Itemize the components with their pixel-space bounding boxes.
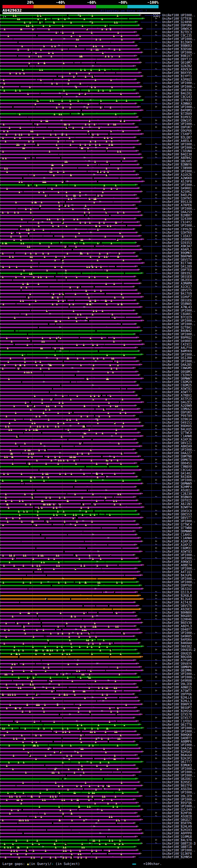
- alignment-row[interactable]: ▶▶▷▶UniRef100_Q8VST7: [0, 516, 197, 520]
- alignment-row[interactable]: ▶▶▷▷UniRef100_Q0E553: [0, 513, 197, 516]
- alignment-row[interactable]: ▷▶▶▷▶UniRef100_Q28ZB2: [0, 64, 197, 68]
- alignment-bar[interactable]: [1, 103, 136, 104]
- alignment-row[interactable]: ▷▶▶▷▶▷UniRef100_Q7T036: [0, 17, 197, 20]
- alignment-row[interactable]: ▷▶▶▷▶▷UniRef100_Q9FUR7: [0, 126, 197, 129]
- alignment-row[interactable]: ▷▶▷UniRef100_B5RTP6: [0, 822, 197, 825]
- alignment-bar[interactable]: [1, 259, 140, 260]
- alignment-row[interactable]: ▷▶▶▷▷UniRef100_P09789: [0, 414, 197, 417]
- alignment-row[interactable]: ▷▶▷▶UniRef100_Q39614: [0, 417, 197, 421]
- subject-label[interactable]: UniRef100_C2BJ30: [162, 492, 192, 495]
- subject-label[interactable]: UniRef100_A7NL43: [162, 305, 192, 309]
- subject-label[interactable]: UniRef100_Q62EE4: [162, 278, 192, 282]
- alignment-bar[interactable]: [1, 35, 137, 36]
- alignment-row[interactable]: ▶▶▷▶▷UniRef100_UPI000..: [0, 81, 197, 85]
- alignment-bar[interactable]: [1, 727, 142, 729]
- alignment-bar[interactable]: [1, 110, 141, 111]
- alignment-bar[interactable]: [1, 38, 140, 40]
- alignment-bar[interactable]: [1, 659, 134, 661]
- alignment-row[interactable]: ▷▶▶▷UniRef100_UPI000..: [0, 37, 197, 41]
- alignment-bar[interactable]: [1, 378, 141, 379]
- subject-label[interactable]: UniRef100_B9RPC0: [162, 703, 192, 706]
- alignment-bar[interactable]: [1, 805, 139, 807]
- subject-label[interactable]: UniRef100_A9Z6E3: [162, 608, 192, 611]
- alignment-bar[interactable]: [1, 41, 134, 43]
- alignment-row[interactable]: ▶▶▷▶▷UniRef100_C0C235: [0, 34, 197, 37]
- alignment-row[interactable]: ▷▶▷▶UniRef100_C5X8F7: [0, 132, 197, 136]
- alignment-row[interactable]: ▷▶▶▷▶UniRef100_C1FED3: [0, 720, 197, 723]
- alignment-row[interactable]: ▶▷UniRef100_Q13KF8: [0, 852, 197, 856]
- subject-label[interactable]: UniRef100_UPI000..: [162, 848, 195, 852]
- alignment-row[interactable]: ▶▶▷UniRef100_UPI000..: [0, 170, 197, 173]
- alignment-bar[interactable]: [1, 595, 138, 596]
- subject-label[interactable]: UniRef100_Q9T0I5: [162, 499, 192, 502]
- alignment-row[interactable]: ▷▶▶▷▷UniRef100_Q5K5C0: [0, 509, 197, 513]
- alignment-bar[interactable]: [1, 833, 142, 834]
- subject-label[interactable]: UniRef100_O60382: [162, 645, 192, 648]
- alignment-row[interactable]: ▷▶▶▷▶▷UniRef100_UPI000..: [0, 631, 197, 634]
- alignment-row[interactable]: ▶▶▷UniRef100_Q8VST5: [0, 288, 197, 292]
- alignment-bar[interactable]: [1, 778, 136, 780]
- subject-label[interactable]: UniRef100_A0BE74: [162, 563, 192, 567]
- alignment-bar[interactable]: [1, 656, 141, 658]
- alignment-row[interactable]: ▷▶▶▷UniRef100_B3LQ87: [0, 136, 197, 139]
- subject-label[interactable]: UniRef100_A8KEA9: [162, 445, 192, 448]
- subject-label[interactable]: UniRef100_Q8MRP6: [162, 665, 192, 669]
- subject-label[interactable]: UniRef100_A8EN42: [162, 156, 192, 159]
- alignment-bar[interactable]: [1, 836, 136, 838]
- alignment-bar[interactable]: [1, 490, 138, 491]
- subject-label[interactable]: UniRef100_O49151: [162, 421, 192, 424]
- alignment-row[interactable]: ▶▷▷UniRef100_B2HB07: [0, 214, 197, 217]
- subject-label[interactable]: UniRef100_Q6SSE6: [162, 299, 192, 302]
- alignment-row[interactable]: ▷▶▷▶▷UniRef100_B1T7A8: [0, 261, 197, 265]
- alignment-row[interactable]: ▶▷▶▷UniRef100_UPI000..: [0, 353, 197, 356]
- alignment-bar[interactable]: [1, 337, 137, 338]
- alignment-row[interactable]: ▶▷▶▷UniRef100_UPI000..: [0, 726, 197, 730]
- alignment-bar[interactable]: [1, 52, 141, 53]
- subject-label[interactable]: UniRef100_Q7TWC4: [162, 523, 192, 526]
- alignment-row[interactable]: ▶▶▷▶▷UniRef100_B5BNX9: [0, 495, 197, 499]
- subject-label[interactable]: UniRef100_B9BKR3: [162, 44, 192, 48]
- alignment-row[interactable]: ▶▶▷▶▷UniRef100_B2K8L8: [0, 594, 197, 597]
- alignment-row[interactable]: ▷▶▶▷▶▷UniRef100_A5WT83: [0, 550, 197, 553]
- alignment-row[interactable]: ▶▷▶UniRef100_A1KPJ6: [0, 438, 197, 441]
- alignment-row[interactable]: ▷▶▶▷▶UniRef100_Q948Y7: [0, 628, 197, 631]
- subject-label[interactable]: UniRef100_Q2T8A1: [162, 326, 192, 329]
- alignment-row[interactable]: ▶▶▷UniRef100_Q6SSE8: [0, 275, 197, 278]
- subject-label[interactable]: UniRef100_Q39614: [162, 417, 192, 421]
- subject-label[interactable]: UniRef100_B0GVD6: [162, 655, 192, 659]
- alignment-bar[interactable]: [1, 527, 140, 529]
- subject-label[interactable]: UniRef100_Q6ITT6: [162, 723, 192, 726]
- alignment-row[interactable]: ▶▶▷▶UniRef100_Q49R03: [0, 339, 197, 343]
- alignment-row[interactable]: ▷▶▶▷UniRef100_B4I8D6: [0, 475, 197, 478]
- subject-label[interactable]: UniRef100_UPI000..: [162, 805, 195, 808]
- alignment-row[interactable]: ▶▶▷▷UniRef100_A5WT77: [0, 391, 197, 394]
- subject-label[interactable]: UniRef100_Q8VST4: [162, 258, 192, 261]
- alignment-row[interactable]: ▶▶▷▶UniRef100_A0BE74: [0, 563, 197, 567]
- alignment-bar[interactable]: [1, 96, 140, 98]
- alignment-bar[interactable]: [1, 544, 135, 546]
- alignment-bar[interactable]: [1, 799, 134, 800]
- subject-label[interactable]: UniRef100_C8CG42: [162, 468, 192, 472]
- subject-label[interactable]: UniRef100_Q6SSE8: [162, 275, 192, 278]
- alignment-bar[interactable]: [1, 514, 138, 515]
- subject-label[interactable]: UniRef100_A5J9F8: [162, 180, 192, 183]
- subject-label[interactable]: UniRef100_Q3JJL4: [162, 591, 192, 594]
- subject-label[interactable]: UniRef100_C9J4Y2: [162, 220, 192, 224]
- alignment-bar[interactable]: [1, 350, 138, 352]
- alignment-bar[interactable]: [1, 469, 140, 471]
- alignment-row[interactable]: ▷▶▶▷▶UniRef100_Q8GD27: [0, 818, 197, 822]
- subject-label[interactable]: UniRef100_B4J7U9: [162, 292, 192, 295]
- alignment-row[interactable]: ▶▷▷UniRef100_UPI000..: [0, 309, 197, 312]
- alignment-bar[interactable]: [1, 629, 138, 630]
- alignment-row[interactable]: ▷▶▶▷UniRef100_A0PPP0: [0, 832, 197, 835]
- alignment-bar[interactable]: [1, 775, 134, 776]
- alignment-bar[interactable]: [1, 306, 140, 308]
- alignment-row[interactable]: ▶▶▷▷UniRef100_B6KPW0: [0, 255, 197, 258]
- alignment-row[interactable]: ▶▷▷UniRef100_Q010M7: [0, 61, 197, 64]
- alignment-bar[interactable]: [1, 402, 142, 403]
- alignment-row[interactable]: ▷▶▶▷▶▷UniRef100_A5J9F8: [0, 180, 197, 183]
- alignment-row[interactable]: ▶▷▷UniRef100_B4L970: [0, 838, 197, 842]
- subject-label[interactable]: UniRef100_B9SFQ6: [162, 801, 192, 805]
- alignment-bar[interactable]: [1, 31, 135, 33]
- alignment-row[interactable]: ▷▶▶▷▶▷UniRef100_UPI000..: [0, 319, 197, 322]
